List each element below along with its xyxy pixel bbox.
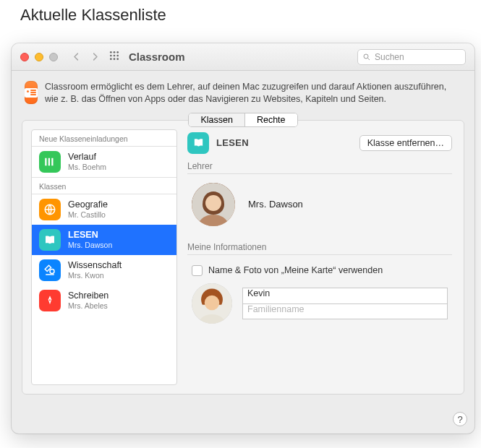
pane-description: Classroom ermöglicht es dem Lehrer, auf …: [45, 81, 461, 105]
class-item-teacher: Ms. Boehm: [68, 163, 106, 172]
microscope-icon: [39, 259, 61, 281]
zoom-window-button[interactable]: [49, 53, 58, 61]
teacher-name: Mrs. Dawson: [248, 199, 303, 210]
last-name-field[interactable]: Familienname: [242, 303, 448, 319]
class-item-title: Schreiben: [68, 290, 108, 301]
section-classes: Klassen: [32, 177, 176, 194]
student-avatar[interactable]: [192, 283, 232, 324]
teacher-section-label: Lehrer: [187, 161, 452, 174]
class-invite-item[interactable]: Verlauf Ms. Boehm: [32, 147, 176, 177]
back-button[interactable]: [69, 48, 82, 66]
class-item-teacher: Mrs. Abeles: [68, 301, 108, 311]
remove-class-button[interactable]: Klasse entfernen…: [359, 135, 452, 151]
use-my-card-label: Name & Foto von „Meine Karte“ verwenden: [208, 265, 383, 275]
class-item-reading[interactable]: LESEN Mrs. Dawson: [32, 225, 176, 255]
search-icon: [362, 53, 371, 61]
svg-point-3: [110, 55, 112, 57]
class-item-teacher: Mr. Castillo: [68, 210, 108, 220]
svg-point-16: [205, 296, 220, 311]
main-panel: Neue Klasseneinladungen Verlauf Ms. Boeh…: [22, 120, 464, 395]
search-field[interactable]: Suchen: [357, 49, 466, 65]
class-detail-title: LESEN: [216, 137, 249, 148]
teacher-row: Mrs. Dawson: [187, 174, 452, 235]
tab-permissions[interactable]: Rechte: [245, 113, 297, 126]
svg-point-14: [205, 195, 221, 211]
svg-point-6: [110, 58, 112, 60]
svg-point-12: [49, 299, 51, 301]
segmented-control: Klassen Rechte: [22, 113, 464, 127]
class-item-title: Wissenschaft: [68, 260, 122, 271]
tab-classes[interactable]: Klassen: [189, 113, 244, 126]
class-list: Neue Klasseneinladungen Verlauf Ms. Boeh…: [31, 129, 177, 385]
svg-point-5: [116, 55, 119, 57]
titlebar: Classroom Suchen: [12, 43, 474, 71]
search-placeholder: Suchen: [375, 52, 404, 62]
class-item-teacher: Mrs. Kwon: [68, 271, 122, 280]
class-item-title: LESEN: [68, 230, 112, 241]
svg-point-2: [116, 51, 119, 53]
svg-point-0: [110, 51, 112, 53]
minimize-window-button[interactable]: [35, 53, 43, 61]
globe-icon: [39, 199, 61, 220]
window-controls: [20, 53, 58, 61]
pane-description-row: Classroom ermöglicht es dem Lehrer, auf …: [12, 71, 474, 113]
class-item-title: Verlauf: [68, 152, 106, 163]
svg-point-11: [50, 269, 54, 273]
class-detail: LESEN Klasse entfernen… Lehrer Mrs. Daws…: [183, 121, 464, 394]
preferences-window: Classroom Suchen Classroom ermöglicht es…: [12, 43, 474, 434]
class-item-science[interactable]: Wissenschaft Mrs. Kwon: [32, 255, 176, 285]
use-my-card-row[interactable]: Name & Foto von „Meine Karte“ verwenden: [187, 259, 452, 282]
history-icon: [39, 151, 61, 173]
callout-label: Aktuelle Klassenliste: [20, 6, 166, 25]
show-all-prefs-button[interactable]: [107, 50, 122, 64]
use-my-card-checkbox[interactable]: [192, 265, 203, 276]
my-info-section-label: Meine Informationen: [187, 242, 452, 255]
section-invitations: Neue Klasseneinladungen: [32, 130, 176, 147]
book-icon: [187, 132, 209, 154]
class-item-geography[interactable]: Geografie Mr. Castillo: [32, 194, 176, 225]
window-title: Classroom: [129, 51, 185, 63]
class-item-teacher: Mrs. Dawson: [68, 241, 112, 250]
classroom-app-icon: [25, 81, 38, 104]
toolbar-nav: [69, 48, 101, 66]
class-item-title: Geografie: [68, 199, 108, 210]
svg-point-4: [114, 55, 116, 57]
help-button[interactable]: ?: [453, 412, 467, 426]
close-window-button[interactable]: [20, 53, 29, 61]
pen-icon: [39, 290, 61, 311]
book-icon: [39, 229, 61, 251]
svg-point-8: [116, 58, 119, 60]
first-name-field[interactable]: Kevin: [242, 288, 448, 303]
svg-point-7: [114, 58, 116, 60]
forward-button[interactable]: [88, 48, 101, 66]
teacher-avatar: [192, 183, 235, 226]
svg-point-1: [114, 51, 116, 53]
svg-point-9: [364, 54, 368, 59]
class-item-writing[interactable]: Schreiben Mrs. Abeles: [32, 285, 176, 316]
